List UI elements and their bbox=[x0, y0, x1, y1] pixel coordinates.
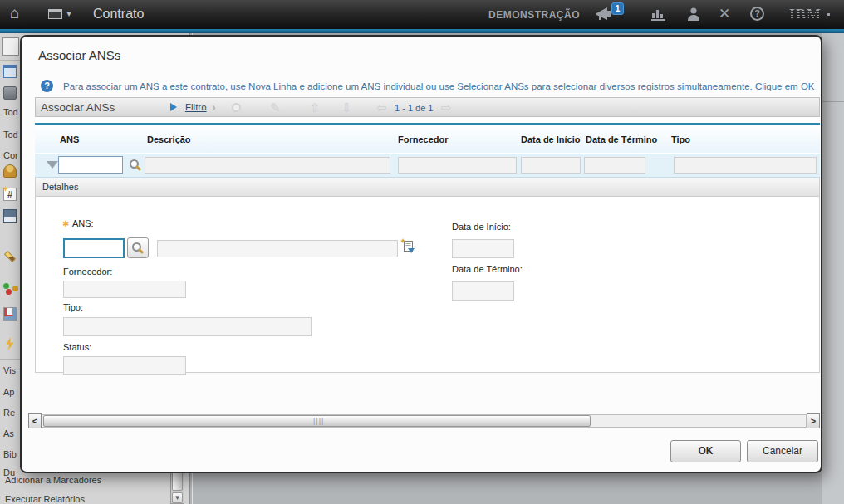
filter-link[interactable]: Filtro bbox=[185, 102, 207, 112]
ok-button[interactable]: OK bbox=[670, 440, 741, 462]
scroll-left-button[interactable]: < bbox=[28, 413, 42, 428]
tipo-label: Tipo: bbox=[63, 302, 83, 312]
search-icon-disabled bbox=[232, 103, 241, 112]
background-right-divider bbox=[822, 101, 844, 102]
topbar: ⌂ ▾ Contrato DEMONSTRAÇÃO 1 ✕ ? IBM bbox=[0, 0, 844, 29]
window-icon bbox=[3, 65, 17, 78]
menu-item[interactable]: Bib bbox=[3, 449, 17, 459]
data-inicio-field bbox=[452, 239, 514, 258]
filter-search-icon[interactable] bbox=[130, 159, 139, 169]
home-icon[interactable]: ⌂ bbox=[10, 4, 19, 22]
fornecedor-field bbox=[63, 281, 186, 298]
ans-input[interactable] bbox=[63, 238, 125, 258]
ans-label: ANS: bbox=[72, 218, 94, 228]
close-session-icon[interactable]: ✕ bbox=[719, 5, 730, 22]
horizontal-scrollbar[interactable]: |||| bbox=[42, 414, 807, 428]
previous-page-icon-disabled: ⇦ bbox=[376, 100, 387, 115]
go-to-applications-icon[interactable] bbox=[48, 9, 62, 19]
table-header-row: ANS Descrição Fornecedor Data de Início … bbox=[35, 123, 820, 154]
table-title: Associar ANSs bbox=[41, 101, 115, 114]
column-header-descricao[interactable]: Descrição bbox=[147, 135, 191, 144]
chevron-down-icon[interactable]: ▾ bbox=[66, 7, 71, 19]
background-right-strip bbox=[822, 33, 844, 504]
status-label: Status: bbox=[63, 342, 91, 352]
help-bubble-icon[interactable]: ? bbox=[41, 80, 53, 92]
column-header-data-inicio[interactable]: Data de Início bbox=[521, 135, 581, 144]
sidebar-item[interactable]: Tod bbox=[3, 107, 18, 117]
required-field-icon: ✱ bbox=[62, 219, 69, 228]
report-person-icon[interactable] bbox=[3, 307, 17, 321]
chevron-right-icon: › bbox=[212, 100, 216, 114]
menu-item[interactable]: As bbox=[3, 428, 14, 438]
data-termino-label: Data de Término: bbox=[452, 264, 523, 274]
ibm-logo-registered-mark bbox=[827, 13, 830, 16]
column-header-ans[interactable]: ANS bbox=[60, 135, 79, 144]
person-key-icon[interactable] bbox=[3, 164, 17, 178]
ibm-logo: IBM bbox=[789, 7, 822, 24]
dialog-title: Associar ANSs bbox=[38, 48, 120, 62]
app-title: Contrato bbox=[93, 7, 144, 22]
data-inicio-label: Data de Início: bbox=[452, 222, 511, 232]
filter-input-tipo bbox=[674, 157, 817, 174]
filter-input-fornecedor bbox=[398, 157, 517, 174]
column-header-data-termino[interactable]: Data de Término bbox=[586, 135, 657, 144]
filter-input-ans[interactable] bbox=[58, 156, 123, 174]
column-header-tipo[interactable]: Tipo bbox=[671, 135, 690, 144]
scrollbar-grip: |||| bbox=[313, 417, 324, 425]
menu-item[interactable]: Re bbox=[3, 408, 15, 418]
details-header: Detalhes bbox=[36, 178, 819, 197]
profile-person-icon[interactable] bbox=[686, 7, 701, 25]
next-row-icon-disabled: ⇩ bbox=[341, 100, 352, 115]
save-icon[interactable] bbox=[3, 209, 17, 223]
clear-filter-icon-disabled: ✎ bbox=[270, 100, 281, 115]
environment-label: DEMONSTRAÇÃO bbox=[488, 9, 580, 21]
row-select-triangle-icon[interactable] bbox=[47, 161, 58, 169]
reports-chart-icon[interactable] bbox=[651, 7, 668, 24]
attach-icon bbox=[3, 86, 17, 100]
tab-icon bbox=[2, 37, 19, 56]
sidebar-item[interactable]: Cor bbox=[3, 150, 18, 160]
details-title: Detalhes bbox=[42, 182, 78, 192]
column-header-fornecedor[interactable]: Fornecedor bbox=[398, 135, 449, 144]
pagination-label: 1 - 1 de 1 bbox=[395, 103, 433, 113]
scrollbar-thumb[interactable]: |||| bbox=[43, 415, 591, 427]
scroll-down-button[interactable]: ▾ bbox=[172, 492, 183, 503]
filter-input-descricao bbox=[145, 157, 390, 174]
ans-select-value-button[interactable] bbox=[127, 237, 149, 258]
next-page-icon-disabled: ⇨ bbox=[441, 100, 452, 115]
search-icon bbox=[132, 242, 141, 252]
table-toolbar: Associar ANSs Filtro › ✎ ⇧ ⇩ ⇦ 1 - 1 de … bbox=[35, 97, 820, 117]
table-filter-row bbox=[35, 154, 820, 178]
filter-expand-icon[interactable] bbox=[170, 103, 177, 111]
ans-description-field bbox=[157, 240, 398, 257]
scroll-right-button[interactable]: > bbox=[807, 413, 820, 428]
edit-pencil-icon[interactable] bbox=[4, 251, 16, 262]
previous-row-icon-disabled: ⇧ bbox=[310, 100, 321, 115]
menu-item[interactable]: Vis bbox=[3, 365, 16, 375]
tipo-field bbox=[63, 317, 312, 336]
menu-item-add-bookmarks[interactable]: Adicionar a Marcadores bbox=[5, 475, 101, 485]
associate-slas-dialog: Associar ANSs ? Para associar um ANS a e… bbox=[20, 35, 822, 473]
autonumber-icon[interactable]: # bbox=[3, 188, 17, 201]
ans-table: Associar ANSs Filtro › ✎ ⇧ ⇩ ⇦ 1 - 1 de … bbox=[35, 97, 820, 178]
notification-badge: 1 bbox=[611, 2, 624, 15]
menu-item-run-reports[interactable]: Executar Relatórios bbox=[5, 494, 85, 504]
cancel-button[interactable]: Cancelar bbox=[747, 440, 818, 462]
data-termino-field bbox=[452, 281, 514, 301]
menu-item[interactable]: Ap bbox=[3, 387, 14, 397]
lightning-icon[interactable] bbox=[3, 337, 17, 350]
help-icon[interactable]: ? bbox=[750, 7, 764, 21]
status-field bbox=[63, 356, 186, 375]
fornecedor-label: Fornecedor: bbox=[63, 267, 112, 276]
details-section: Detalhes ✱ ANS: Fornecedor: Tipo: Status… bbox=[35, 178, 820, 373]
filter-input-data-termino bbox=[584, 157, 645, 174]
dialog-help-text: Para associar um ANS a este contrato, us… bbox=[63, 81, 817, 91]
sidebar-item[interactable]: Tod bbox=[3, 130, 18, 139]
screen: ⌂ ▾ Contrato DEMONSTRAÇÃO 1 ✕ ? IBM Tod … bbox=[0, 0, 844, 504]
status-balls-icon[interactable] bbox=[3, 282, 17, 296]
filter-input-data-inicio bbox=[521, 157, 581, 174]
